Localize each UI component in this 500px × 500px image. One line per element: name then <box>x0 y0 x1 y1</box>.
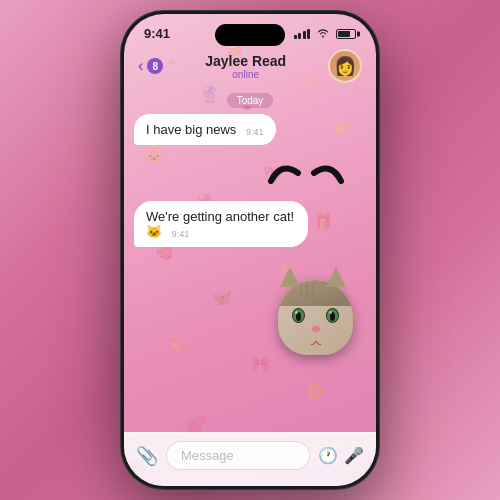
message-time-1: 9:41 <box>246 127 264 137</box>
cat-ear-right <box>326 267 346 287</box>
nav-bar: ‹ 8 Jaylee Read online 👩 <box>124 45 376 89</box>
wifi-icon <box>316 28 330 40</box>
phone-screen: 🌸 ✨ 🍷 ⭐ 🐱 💖 🌺 🎁 🍓 ⚡ 🦋 🌙 💫 🎀 🌼 🍰 💕 🔮 9:41 <box>124 14 376 486</box>
battery-fill <box>338 31 350 37</box>
date-label: Today <box>227 93 274 108</box>
message-row-1: I have big news 9:41 <box>134 114 366 145</box>
message-placeholder: Message <box>181 448 234 463</box>
clock-icon[interactable]: 🕐 <box>318 446 338 465</box>
status-icons <box>294 28 357 40</box>
signal-icon <box>294 29 311 39</box>
signal-bar-2 <box>298 33 301 39</box>
message-text-1: I have big news <box>146 122 236 137</box>
back-chevron-icon: ‹ <box>138 57 143 75</box>
input-action-icons: 🕐 🎤 <box>318 446 364 465</box>
cat-eye-left <box>292 308 305 323</box>
signal-bar-4 <box>307 29 310 39</box>
signal-bar-3 <box>303 31 306 39</box>
attach-icon[interactable]: 📎 <box>136 445 158 467</box>
contact-name: Jaylee Read <box>205 53 286 69</box>
message-time-2: 9:41 <box>172 229 190 239</box>
nav-center: Jaylee Read online <box>205 53 286 80</box>
avatar-emoji: 👩 <box>334 55 356 77</box>
message-text-2: We're getting another cat! 🐱 <box>146 209 294 239</box>
message-bubble-incoming-1[interactable]: I have big news 9:41 <box>134 114 276 145</box>
avatar[interactable]: 👩 <box>328 49 362 83</box>
eyebrows-svg <box>266 153 346 193</box>
status-time: 9:41 <box>144 26 170 41</box>
contact-status: online <box>205 69 286 80</box>
nav-back-button[interactable]: ‹ 8 <box>138 57 163 75</box>
mic-icon[interactable]: 🎤 <box>344 446 364 465</box>
messages-area: I have big news 9:41 We're getting anoth… <box>124 114 376 355</box>
cat-mouth <box>310 332 322 338</box>
cat-ear-left <box>280 267 300 287</box>
dynamic-island <box>215 24 285 46</box>
cat-sticker <box>134 255 366 355</box>
unread-badge: 8 <box>147 58 163 74</box>
eyebrows-sticker <box>134 153 366 193</box>
input-bar: 📎 Message 🕐 🎤 <box>124 432 376 486</box>
message-bubble-incoming-2[interactable]: We're getting another cat! 🐱 9:41 <box>134 201 308 247</box>
cat-eye-right <box>326 308 339 323</box>
message-input[interactable]: Message <box>166 441 310 470</box>
signal-bar-1 <box>294 35 297 39</box>
message-row-2: We're getting another cat! 🐱 9:41 <box>134 201 366 247</box>
battery-icon <box>336 29 356 39</box>
phone-frame: 🌸 ✨ 🍷 ⭐ 🐱 💖 🌺 🎁 🍓 ⚡ 🦋 🌙 💫 🎀 🌼 🍰 💕 🔮 9:41 <box>120 10 380 490</box>
date-badge: Today <box>124 93 376 108</box>
cat-face <box>278 280 353 355</box>
